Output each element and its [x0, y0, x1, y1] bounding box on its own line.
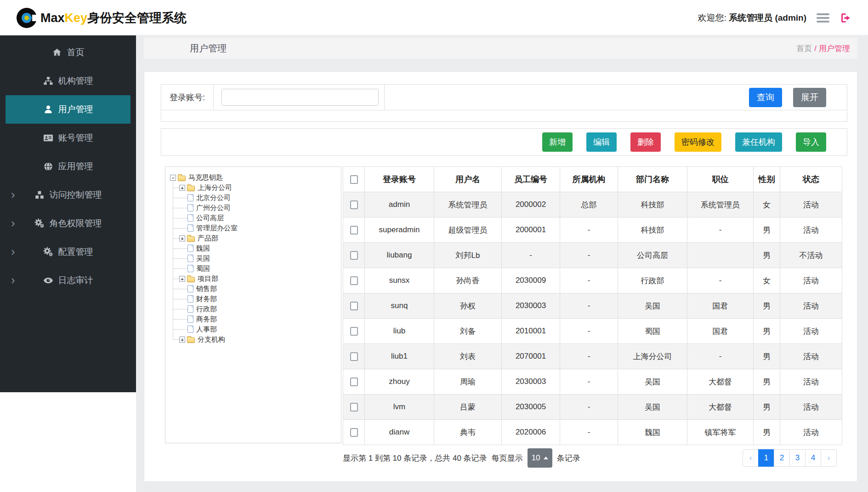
tree-node[interactable]: 销售部 [165, 284, 341, 294]
tree-node[interactable]: 吴国 [165, 253, 341, 263]
sidebar-item-role-perm-mgmt[interactable]: ›角色权限管理 [6, 209, 130, 238]
row-checkbox[interactable] [350, 428, 358, 437]
row-checkbox[interactable] [350, 378, 358, 386]
tree-node-label[interactable]: 产品部 [198, 234, 218, 243]
edit-button[interactable]: 编辑 [586, 132, 617, 152]
chevron-right-icon: › [11, 274, 15, 286]
sidebar-item-access-control-mgmt[interactable]: ›访问控制管理 [6, 181, 130, 209]
table-row[interactable]: sunq孙权2030003-吴国国君男活动 [343, 293, 842, 319]
table-row[interactable]: dianw典韦2020006-魏国镇军将军男活动 [343, 420, 842, 445]
tree-node[interactable]: 广州分公司 [165, 203, 341, 213]
tree-node[interactable]: 商务部 [165, 314, 341, 324]
login-account-input[interactable] [221, 89, 379, 106]
table-cell: - [687, 268, 754, 293]
tree-node-label[interactable]: 商务部 [196, 315, 217, 324]
cogs-icon [43, 247, 53, 257]
tree-node-label[interactable]: 销售部 [196, 285, 217, 293]
menu-toggle-icon[interactable] [817, 13, 829, 23]
row-checkbox[interactable] [350, 352, 358, 361]
table-cell: liub1 [365, 344, 434, 369]
table-cell: 活动 [780, 344, 842, 369]
tree-node-label[interactable]: 人事部 [196, 325, 217, 334]
tree-connector-stub [173, 269, 187, 269]
table-cell: 刘备 [434, 319, 502, 344]
tree-node[interactable]: 公司高层 [165, 213, 341, 223]
sidebar-item-config-mgmt[interactable]: ›配置管理 [6, 238, 130, 266]
page-button-4[interactable]: 4 [805, 449, 821, 467]
tree-node[interactable]: 北京分公司 [165, 193, 341, 203]
tree-node-label[interactable]: 吴国 [196, 254, 210, 263]
row-checkbox[interactable] [350, 403, 358, 412]
page-button-1[interactable]: 1 [758, 449, 774, 467]
table-cell: 2030003 [502, 293, 560, 319]
query-button[interactable]: 查询 [749, 88, 782, 107]
tree-node-label[interactable]: 财务部 [196, 295, 217, 303]
tree-node[interactable]: +上海分公司 [165, 183, 341, 193]
tree-node-label[interactable]: 行政部 [196, 305, 217, 314]
tree-node[interactable]: 蜀国 [165, 263, 341, 274]
tree-node-label[interactable]: 上海分公司 [198, 183, 232, 192]
tree-toggle[interactable]: + [179, 337, 185, 343]
tree-node-label[interactable]: 项目部 [198, 275, 218, 283]
table-row[interactable]: liub刘备2010001-蜀国国君男活动 [343, 319, 842, 344]
row-checkbox[interactable] [350, 276, 358, 285]
page-button-2[interactable]: 2 [774, 449, 790, 467]
select-all-checkbox[interactable] [350, 175, 358, 184]
table-cell: 活动 [780, 420, 842, 445]
sidebar-item-user-mgmt[interactable]: 用户管理 [6, 95, 130, 124]
concurrent-org-button[interactable]: 兼任机构 [735, 132, 782, 152]
table-row[interactable]: superadmin超级管理员2000001-科技部-男活动 [343, 217, 842, 243]
prev-page-button[interactable]: ‹ [743, 449, 759, 467]
tree-node[interactable]: 财务部 [165, 294, 341, 304]
row-checkbox[interactable] [350, 226, 358, 235]
tree-node-label[interactable]: 广州分公司 [196, 204, 231, 212]
table-cell: 系统管理员 [434, 192, 502, 217]
tree-node[interactable]: +产品部 [165, 233, 341, 243]
next-page-button[interactable]: › [821, 449, 837, 467]
table-row[interactable]: liubang刘邦Lb--公司高层男不活动 [343, 243, 842, 268]
tree-node[interactable]: -马克思钥匙 [165, 172, 341, 183]
tree-node-label[interactable]: 公司高层 [196, 214, 224, 223]
password-change-button[interactable]: 密码修改 [675, 132, 721, 152]
tree-toggle[interactable]: + [179, 276, 185, 282]
add-button[interactable]: 新增 [542, 132, 573, 152]
table-row[interactable]: sunsx孙尚香2030009-行政部-女活动 [343, 268, 842, 293]
row-checkbox[interactable] [350, 200, 358, 209]
row-checkbox[interactable] [350, 327, 358, 336]
delete-button[interactable]: 删除 [630, 132, 661, 152]
tree-node[interactable]: 人事部 [165, 324, 341, 334]
tree-toggle[interactable]: - [170, 175, 176, 181]
sidebar-item-account-mgmt[interactable]: 账号管理 [6, 124, 130, 152]
tree-node-label[interactable]: 分支机构 [198, 335, 225, 344]
tree-node-label[interactable]: 管理层办公室 [196, 224, 238, 233]
sidebar-item-home[interactable]: 首页 [6, 38, 130, 67]
table-row[interactable]: admin系统管理员2000002总部科技部系统管理员女活动 [343, 192, 842, 217]
import-button[interactable]: 导入 [796, 132, 826, 152]
expand-button[interactable]: 展开 [793, 88, 826, 107]
sidebar-item-org-mgmt[interactable]: 机构管理 [6, 67, 130, 95]
table-row[interactable]: zhouy周瑜2030003-吴国大都督男活动 [343, 369, 842, 395]
tree-node[interactable]: 行政部 [165, 304, 341, 314]
globe-icon [43, 161, 53, 172]
row-checkbox[interactable] [350, 251, 358, 260]
tree-node[interactable]: +项目部 [165, 274, 341, 284]
tree-node-label[interactable]: 北京分公司 [196, 194, 231, 202]
tree-node[interactable]: 管理层办公室 [165, 223, 341, 233]
sidebar-item-log-audit[interactable]: ›日志审计 [6, 266, 130, 295]
row-checkbox[interactable] [350, 302, 358, 310]
page-button-3[interactable]: 3 [789, 449, 806, 467]
table-row[interactable]: liub1刘表2070001-上海分公司-男活动 [343, 344, 842, 369]
tree-node[interactable]: 魏国 [165, 243, 341, 253]
tree-node-label[interactable]: 魏国 [196, 244, 210, 253]
tree-node-label[interactable]: 蜀国 [196, 264, 210, 273]
table-row[interactable]: lvm吕蒙2030005-吴国大都督男活动 [343, 395, 842, 420]
table-cell: lvm [365, 395, 434, 420]
tree-toggle[interactable]: + [179, 185, 185, 191]
sidebar-item-app-mgmt[interactable]: 应用管理 [6, 152, 130, 181]
logout-icon[interactable] [840, 12, 851, 24]
tree-node[interactable]: +分支机构 [165, 334, 341, 344]
page-size-select[interactable]: 10 [528, 448, 552, 468]
tree-toggle[interactable]: + [179, 235, 185, 241]
breadcrumb-home-link[interactable]: 首页 [796, 44, 812, 53]
tree-node-label[interactable]: 马克思钥匙 [188, 173, 223, 182]
